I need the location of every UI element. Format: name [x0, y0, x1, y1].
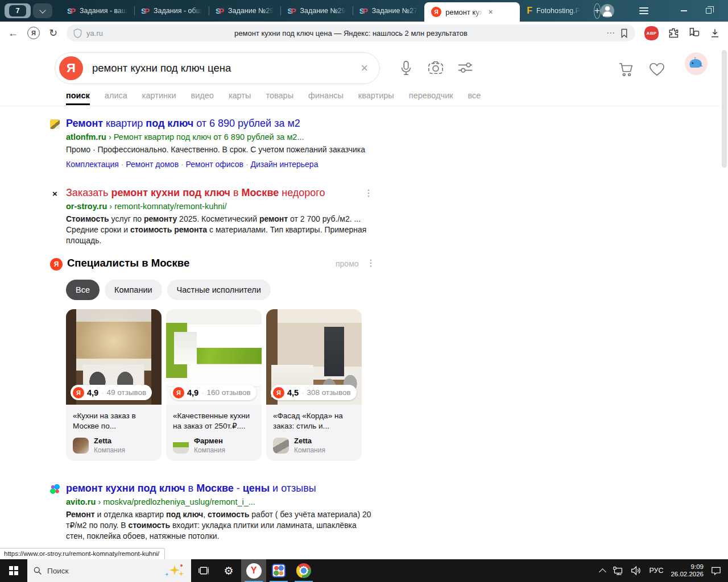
specialist-card[interactable]: Я4,9·49 отзывов«Кухни на заказ в Москве … — [66, 309, 162, 461]
serp-tab-9[interactable]: все — [468, 91, 481, 100]
result-title-link[interactable]: Заказать ремонт кухни под ключ в Москве … — [66, 186, 375, 199]
specialists-header: Я Специалисты в Москве промо ⋮ — [50, 257, 375, 273]
tab-close-icon[interactable]: × — [488, 7, 493, 16]
yandex-browser-taskbar-icon[interactable]: Y — [241, 559, 266, 582]
copilot-sparkles-icon — [163, 563, 185, 579]
specialist-card[interactable]: Я4,9·160 отзывов«Качественные кухни на з… — [166, 309, 262, 461]
filter-chip-1[interactable]: Компании — [105, 280, 162, 300]
tab-group-badge[interactable]: 7 — [5, 3, 31, 18]
restore-button[interactable] — [696, 0, 721, 22]
kebab-menu-icon[interactable]: ⋮ — [364, 188, 373, 198]
serp-tab-0[interactable]: поиск — [66, 91, 90, 100]
sp-icon: SP — [141, 7, 150, 15]
browser-tab-6[interactable]: FFotohosting.P — [520, 0, 587, 22]
specialist-card[interactable]: Я4,5·308 отзывов«Фасад «Корда» на заказ:… — [266, 309, 362, 461]
serp-tab-6[interactable]: финансы — [308, 91, 344, 100]
sitelink[interactable]: Комплектация — [66, 160, 119, 169]
search-box[interactable]: Я ремонт кухни под ключ цена × — [55, 52, 380, 84]
filter-chip-0[interactable]: Все — [66, 280, 100, 300]
company-name: Zetta — [94, 436, 125, 445]
sitelink[interactable]: Ремонт домов — [126, 160, 179, 169]
search-magnifier-icon — [33, 566, 42, 575]
result-url[interactable]: avito.ru › moskva/predlozheniya_uslug/re… — [66, 497, 375, 506]
card-title: «Кухни на заказ в Москве по... — [73, 411, 155, 431]
back-button[interactable]: ← — [8, 28, 18, 38]
reviews-count: 308 отзывов — [307, 388, 351, 397]
browser-tab-1[interactable]: SPЗадания - общ — [134, 0, 209, 22]
refresh-button[interactable]: ↻ — [49, 28, 57, 38]
cart-icon[interactable] — [618, 61, 635, 77]
serp-tab-3[interactable]: видео — [191, 91, 213, 100]
chrome-taskbar-icon[interactable] — [291, 559, 316, 582]
chrome-icon — [296, 563, 311, 578]
language-indicator[interactable]: РУС — [649, 567, 663, 575]
bookmark-icon[interactable] — [620, 28, 628, 38]
task-view-button[interactable] — [191, 559, 216, 582]
yandex-home-button[interactable]: Я — [27, 27, 40, 39]
filter-chip-2[interactable]: Частные исполнители — [167, 280, 271, 300]
user-avatar[interactable] — [685, 52, 708, 75]
network-icon[interactable] — [613, 566, 623, 575]
result-sitelinks: Комплектация · Ремонт домов · Ремонт офи… — [66, 160, 375, 169]
new-tab-button[interactable]: + — [594, 3, 601, 19]
company-type: Компания — [94, 446, 125, 454]
serp-tab-5[interactable]: товары — [266, 91, 293, 100]
browser-toolbar: ← Я ↻ ya.ru ремонт кухни под ключ цена —… — [0, 22, 728, 44]
volume-icon[interactable] — [631, 566, 642, 575]
yandex-rating-icon: Я — [173, 387, 184, 398]
minimize-button[interactable] — [671, 0, 696, 22]
address-more-icon[interactable]: ⋯ — [606, 28, 615, 38]
taskbar-search-label: Поиск — [47, 567, 68, 575]
favorites-heart-icon[interactable] — [648, 61, 665, 77]
browser-window: 7 SPЗадания - вашSPЗадания - общSPЗадани… — [0, 0, 728, 582]
kitchen-photo: Я4,9·160 отзывов — [166, 309, 262, 405]
sp-icon: SP — [216, 7, 224, 15]
result-url[interactable]: or-stroy.ru › remont-komnaty/remont-kuhn… — [66, 202, 375, 211]
notification-center-icon[interactable] — [711, 566, 721, 575]
serp-tab-2[interactable]: картинки — [142, 91, 176, 100]
taskbar-search-box[interactable]: Поиск — [27, 559, 191, 582]
browser-tab-3[interactable]: SPЗадание №29 — [280, 0, 352, 22]
search-settings-icon[interactable] — [457, 60, 473, 75]
extensions-puzzle-icon[interactable] — [668, 27, 679, 39]
tray-expand-icon[interactable] — [599, 568, 607, 576]
sitelink[interactable]: Дизайн интерьера — [250, 160, 318, 169]
color-grid-app-taskbar-icon[interactable] — [266, 559, 291, 582]
company-logo — [73, 438, 89, 454]
adblock-extension-icon[interactable]: ABP — [644, 26, 659, 40]
kebab-menu-icon[interactable]: ⋮ — [366, 257, 375, 268]
voice-search-icon[interactable] — [399, 60, 413, 76]
start-button[interactable] — [0, 559, 27, 582]
collections-icon[interactable] — [688, 27, 701, 39]
result-path: Ремонт квартир под ключ от 6 890 рублей … — [114, 132, 304, 142]
serp-tab-8[interactable]: переводчик — [409, 91, 453, 100]
browser-tab-4[interactable]: SPЗадание №27 — [353, 0, 424, 22]
tab-group-control[interactable]: 7 — [5, 3, 52, 18]
serp-tab-1[interactable]: алиса — [105, 91, 127, 100]
menu-icon[interactable] — [639, 7, 648, 14]
close-window-button[interactable]: × — [721, 0, 728, 22]
kitchen-photo: Я4,9·49 отзывов — [66, 309, 162, 405]
tab-group-chevron-icon[interactable] — [33, 3, 52, 18]
browser-tab-0[interactable]: SPЗадания - ваш — [60, 0, 134, 22]
rating-value: 4,5 — [287, 388, 299, 397]
profile-avatar-icon[interactable] — [601, 4, 614, 18]
sitelink[interactable]: Ремонт офисов — [186, 160, 243, 169]
result-url[interactable]: atlonfm.ru › Ремонт квартир под ключ от … — [66, 132, 375, 142]
result-title-link[interactable]: ремонт кухни под ключ в Москве - цены и … — [66, 482, 375, 495]
browser-tab-5[interactable]: Яремонт кух× — [424, 2, 520, 22]
serp-tab-4[interactable]: карты — [229, 91, 251, 100]
search-input[interactable]: ремонт кухни под ключ цена — [92, 62, 361, 74]
serp-tab-7[interactable]: квартиры — [358, 91, 394, 100]
color-grid-app-icon — [272, 564, 286, 577]
clear-search-icon[interactable]: × — [361, 61, 368, 76]
address-bar[interactable]: ya.ru ремонт кухни под ключ цена — Яндек… — [67, 24, 635, 41]
image-search-camera-icon[interactable] — [428, 60, 444, 75]
scrollbar-thumb[interactable] — [722, 50, 727, 168]
result-title-link[interactable]: Ремонт квартир под ключ от 6 890 рублей … — [66, 117, 375, 130]
settings-button[interactable]: ⚙ — [216, 559, 241, 582]
downloads-icon[interactable] — [710, 28, 720, 38]
taskbar-clock[interactable]: 9:09 26.02.2026 — [671, 563, 704, 579]
browser-tab-2[interactable]: SPЗадание №29 — [209, 0, 280, 22]
result-domain: avito.ru — [66, 497, 96, 506]
